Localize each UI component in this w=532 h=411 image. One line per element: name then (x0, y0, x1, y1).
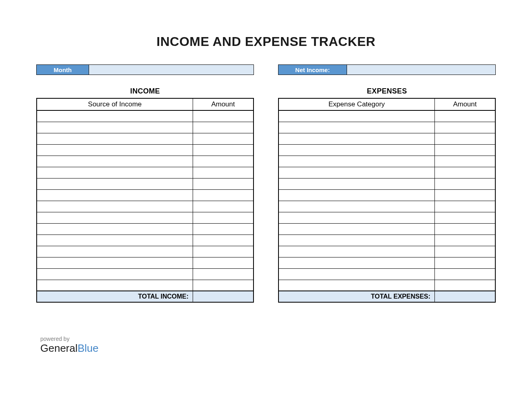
table-row (278, 189, 495, 201)
brand-logo: GeneralBlue (40, 342, 99, 355)
table-row (278, 223, 495, 235)
income-desc-cell[interactable] (37, 133, 193, 144)
net-income-label: Net Income: (278, 65, 347, 75)
expenses-table: Expense Category Amount TOTAL EXPENSES: (278, 98, 496, 303)
expenses-amount-cell[interactable] (434, 235, 495, 246)
income-amount-cell[interactable] (193, 257, 254, 268)
income-total-label: TOTAL INCOME: (37, 291, 193, 302)
expenses-amount-cell[interactable] (434, 280, 495, 291)
expenses-desc-cell[interactable] (278, 178, 434, 189)
expenses-desc-cell[interactable] (278, 156, 434, 167)
expenses-amount-cell[interactable] (434, 223, 495, 235)
income-amount-cell[interactable] (193, 268, 254, 280)
table-row (37, 156, 254, 167)
income-amount-cell[interactable] (193, 122, 254, 133)
expenses-amount-cell[interactable] (434, 246, 495, 257)
expenses-amount-cell[interactable] (434, 133, 495, 144)
table-row (278, 122, 495, 133)
income-amount-cell[interactable] (193, 144, 254, 156)
income-desc-cell[interactable] (37, 280, 193, 291)
income-desc-cell[interactable] (37, 246, 193, 257)
income-amount-cell[interactable] (193, 223, 254, 235)
table-row (37, 246, 254, 257)
income-header-desc: Source of Income (37, 98, 193, 110)
expenses-amount-cell[interactable] (434, 212, 495, 223)
table-row (37, 257, 254, 268)
expenses-desc-cell[interactable] (278, 167, 434, 178)
expenses-desc-cell[interactable] (278, 246, 434, 257)
table-row (37, 280, 254, 291)
income-desc-cell[interactable] (37, 144, 193, 156)
expenses-amount-cell[interactable] (434, 144, 495, 156)
expenses-amount-cell[interactable] (434, 201, 495, 212)
income-amount-cell[interactable] (193, 110, 254, 122)
expenses-amount-cell[interactable] (434, 257, 495, 268)
expenses-desc-cell[interactable] (278, 110, 434, 122)
income-desc-cell[interactable] (37, 268, 193, 280)
income-amount-cell[interactable] (193, 133, 254, 144)
income-amount-cell[interactable] (193, 189, 254, 201)
income-amount-cell[interactable] (193, 201, 254, 212)
income-table: Source of Income Amount TOTAL INCOME: (36, 98, 254, 303)
footer: powered by GeneralBlue (40, 336, 99, 355)
expenses-amount-cell[interactable] (434, 156, 495, 167)
table-row (37, 201, 254, 212)
month-input[interactable] (89, 65, 254, 75)
expenses-header-desc: Expense Category (278, 98, 434, 110)
table-row (37, 189, 254, 201)
expenses-amount-cell[interactable] (434, 189, 495, 201)
income-header-amount: Amount (193, 98, 254, 110)
expenses-amount-cell[interactable] (434, 178, 495, 189)
expenses-desc-cell[interactable] (278, 122, 434, 133)
table-row (278, 133, 495, 144)
expenses-desc-cell[interactable] (278, 133, 434, 144)
month-bar: Month (36, 64, 254, 75)
expenses-amount-cell[interactable] (434, 110, 495, 122)
income-desc-cell[interactable] (37, 257, 193, 268)
income-amount-cell[interactable] (193, 178, 254, 189)
expenses-desc-cell[interactable] (278, 212, 434, 223)
income-amount-cell[interactable] (193, 280, 254, 291)
income-amount-cell[interactable] (193, 235, 254, 246)
income-amount-cell[interactable] (193, 212, 254, 223)
expenses-header-amount: Amount (434, 98, 495, 110)
table-row (37, 212, 254, 223)
expenses-desc-cell[interactable] (278, 268, 434, 280)
expenses-section-title: EXPENSES (278, 87, 496, 95)
page-title: INCOME AND EXPENSE TRACKER (36, 34, 496, 49)
brand-general: General (40, 342, 78, 354)
expenses-desc-cell[interactable] (278, 144, 434, 156)
income-desc-cell[interactable] (37, 167, 193, 178)
expenses-desc-cell[interactable] (278, 201, 434, 212)
expenses-column: EXPENSES Expense Category Amount TOTAL E… (278, 87, 496, 303)
expenses-desc-cell[interactable] (278, 280, 434, 291)
income-section-title: INCOME (36, 87, 254, 95)
table-row (278, 235, 495, 246)
expenses-amount-cell[interactable] (434, 268, 495, 280)
table-row (278, 257, 495, 268)
income-amount-cell[interactable] (193, 156, 254, 167)
income-desc-cell[interactable] (37, 212, 193, 223)
income-desc-cell[interactable] (37, 189, 193, 201)
income-desc-cell[interactable] (37, 156, 193, 167)
table-row (278, 110, 495, 122)
expenses-desc-cell[interactable] (278, 257, 434, 268)
expenses-desc-cell[interactable] (278, 235, 434, 246)
income-desc-cell[interactable] (37, 235, 193, 246)
income-desc-cell[interactable] (37, 201, 193, 212)
expenses-amount-cell[interactable] (434, 122, 495, 133)
table-row (37, 144, 254, 156)
net-income-value (347, 65, 495, 75)
income-desc-cell[interactable] (37, 178, 193, 189)
income-amount-cell[interactable] (193, 246, 254, 257)
expenses-amount-cell[interactable] (434, 167, 495, 178)
income-desc-cell[interactable] (37, 223, 193, 235)
income-desc-cell[interactable] (37, 110, 193, 122)
table-row (37, 235, 254, 246)
income-amount-cell[interactable] (193, 167, 254, 178)
expenses-desc-cell[interactable] (278, 189, 434, 201)
table-row (278, 201, 495, 212)
table-row (37, 268, 254, 280)
expenses-desc-cell[interactable] (278, 223, 434, 235)
income-desc-cell[interactable] (37, 122, 193, 133)
